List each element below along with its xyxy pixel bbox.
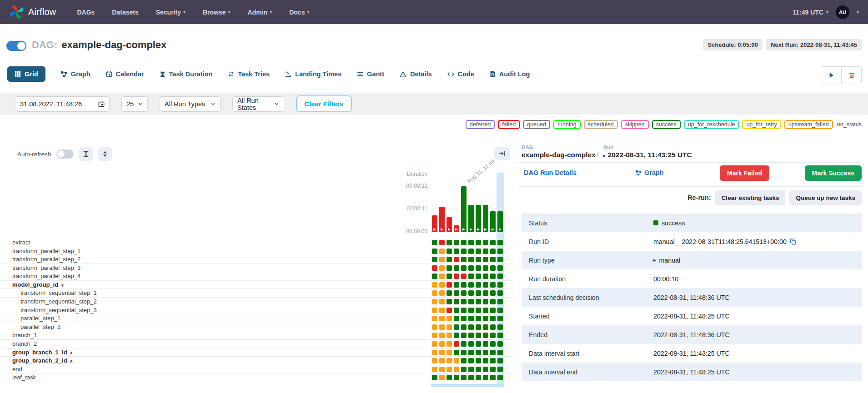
chevron-up-icon[interactable]: ∧ [70,358,73,363]
task-instance-square[interactable] [432,257,437,262]
task-instance-square[interactable] [432,290,437,296]
grid-horizontal-scrollbar[interactable] [431,384,504,387]
run-duration-bar[interactable] [439,207,445,232]
task-instance-square[interactable] [461,249,467,254]
mark-success-button[interactable]: Mark Success [805,165,862,181]
chevron-down-icon[interactable]: ∨ [60,283,64,288]
task-instance-square[interactable] [483,341,488,347]
run-duration-bar[interactable] [468,205,474,232]
tab-audit-log[interactable]: Audit Log [490,66,530,82]
task-instance-square[interactable] [497,282,503,288]
task-instance-square[interactable] [461,265,467,271]
task-instance-square[interactable] [490,367,496,372]
task-instance-square[interactable] [468,367,474,372]
task-instance-square[interactable] [432,333,437,338]
task-instance-square[interactable] [497,324,503,330]
task-instance-square[interactable] [468,274,474,279]
tab-task-duration[interactable]: Task Duration [160,66,213,82]
task-instance-square[interactable] [490,240,496,245]
task-instance-square[interactable] [490,350,496,355]
num-runs-select[interactable]: 25 [121,96,148,112]
autorefresh-toggle[interactable] [56,149,74,159]
task-instance-square[interactable] [439,299,445,304]
collapse-groups-icon[interactable] [98,147,112,161]
chevron-up-icon[interactable]: ∧ [70,350,73,355]
task-instance-square[interactable] [490,274,496,279]
task-instance-square[interactable] [454,282,459,288]
task-instance-square[interactable] [432,350,437,355]
task-name[interactable]: transform_parallel_step_3 [12,264,80,272]
task-instance-square[interactable] [439,308,445,313]
task-instance-square[interactable] [490,257,496,262]
task-instance-square[interactable] [439,274,445,279]
task-name[interactable]: branch_2 [12,340,37,348]
task-instance-square[interactable] [447,257,452,262]
task-instance-square[interactable] [454,265,459,271]
task-instance-square[interactable] [476,324,481,330]
copy-icon[interactable] [790,239,796,245]
task-instance-square[interactable] [454,274,459,279]
task-instance-square[interactable] [447,299,452,304]
task-instance-square[interactable] [447,350,452,355]
task-instance-square[interactable] [476,316,481,321]
task-instance-square[interactable] [483,308,488,313]
task-instance-square[interactable] [432,265,437,271]
run-duration-bar[interactable] [497,211,503,232]
task-instance-square[interactable] [454,290,459,296]
task-instance-square[interactable] [432,341,437,347]
task-instance-square[interactable] [497,350,503,355]
task-instance-square[interactable] [461,358,467,363]
task-instance-square[interactable] [439,333,445,338]
task-instance-square[interactable] [483,274,488,279]
task-instance-square[interactable] [490,265,496,271]
user-menu-chevron-icon[interactable]: ▾ [857,10,859,15]
task-instance-square[interactable] [447,240,452,245]
task-instance-square[interactable] [483,324,488,330]
task-instance-square[interactable] [468,257,474,262]
run-duration-bar[interactable] [490,211,496,232]
task-instance-square[interactable] [490,375,496,380]
task-instance-square[interactable] [439,265,445,271]
tab-gantt[interactable]: Gantt [357,66,384,82]
task-instance-square[interactable] [439,324,445,330]
task-instance-square[interactable] [461,375,467,380]
tab-details[interactable]: Details [400,66,432,82]
trash-icon[interactable] [841,67,861,84]
tab-task-tries[interactable]: Task Tries [228,66,270,82]
task-instance-square[interactable] [483,350,488,355]
task-instance-square[interactable] [483,367,488,372]
task-instance-square[interactable] [490,324,496,330]
task-name[interactable]: parallel_step_2 [20,323,60,331]
task-instance-square[interactable] [497,274,503,279]
task-instance-square[interactable] [461,274,467,279]
task-instance-square[interactable] [432,375,437,380]
breadcrumb-run-value[interactable]: ▸2022-08-31, 11:43:25 UTC [603,151,692,159]
task-instance-square[interactable] [468,375,474,380]
run-duration-bar[interactable] [432,215,437,232]
task-instance-square[interactable] [497,341,503,347]
task-instance-square[interactable] [432,274,437,279]
task-instance-square[interactable] [483,316,488,321]
tab-grid[interactable]: Grid [7,66,45,82]
task-instance-square[interactable] [468,290,474,296]
task-instance-square[interactable] [447,367,452,372]
task-instance-square[interactable] [468,299,474,304]
task-instance-square[interactable] [483,257,488,262]
play-icon[interactable] [821,67,841,84]
task-instance-square[interactable] [461,341,467,347]
task-instance-square[interactable] [454,240,459,245]
tab-graph[interactable]: Graph [61,66,90,82]
task-name[interactable]: transform_parallel_step_2 [12,255,80,264]
task-instance-square[interactable] [483,358,488,363]
run-duration-bar[interactable] [454,225,459,232]
task-instance-square[interactable] [461,308,467,313]
task-instance-square[interactable] [461,350,467,355]
tab-code[interactable]: Code [447,66,474,82]
airflow-brand[interactable]: Airflow [9,5,56,20]
task-instance-square[interactable] [454,316,459,321]
run-duration-bar[interactable] [447,217,452,232]
task-instance-square[interactable] [432,299,437,304]
task-instance-square[interactable] [439,375,445,380]
task-instance-square[interactable] [483,290,488,296]
task-instance-square[interactable] [497,249,503,254]
